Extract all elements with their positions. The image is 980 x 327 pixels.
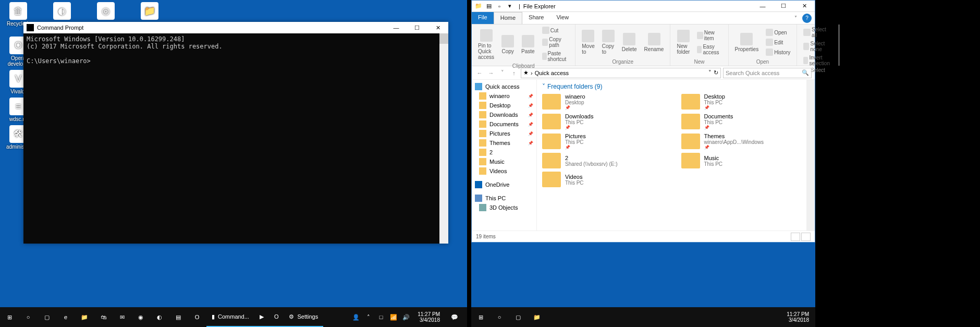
nav-forward-button[interactable]: → xyxy=(486,68,496,78)
folder-item[interactable]: DocumentsThis PC📌 xyxy=(681,113,810,130)
nav-recent-button[interactable]: ˅ xyxy=(498,68,507,78)
help-icon[interactable]: ? xyxy=(802,14,812,23)
frequent-folders-header[interactable]: ˅ Frequent folders (9) xyxy=(542,83,810,90)
rename-button[interactable]: Rename xyxy=(642,32,666,53)
tab-view[interactable]: View xyxy=(550,12,575,24)
explorer-icon[interactable]: 📁 xyxy=(528,307,546,327)
paste-button[interactable]: Paste xyxy=(519,34,537,55)
folder-item[interactable]: VideosThis PC xyxy=(542,172,671,187)
pin-quick-access-button[interactable]: Pin to Quick access xyxy=(476,28,496,61)
view-large-button[interactable] xyxy=(801,233,811,241)
maximize-button[interactable]: ☐ xyxy=(407,22,427,33)
new-folder-button[interactable]: New folder xyxy=(675,29,692,56)
minimize-button[interactable]: — xyxy=(752,1,773,12)
qat-newfolder-icon[interactable]: ▫ xyxy=(495,2,504,11)
action-center-icon[interactable]: 💬 xyxy=(445,307,464,327)
cortana-icon[interactable]: ○ xyxy=(490,307,509,327)
edit-button[interactable]: Edit xyxy=(764,38,792,47)
select-all-button[interactable]: Select all xyxy=(801,26,834,39)
nav-videos[interactable]: Videos xyxy=(472,166,536,176)
cortana-icon[interactable]: ○ xyxy=(19,307,38,327)
cut-button[interactable]: Cut xyxy=(540,26,571,35)
view-details-button[interactable] xyxy=(791,233,800,241)
edge-icon[interactable]: e xyxy=(56,307,75,327)
nav-this-pc[interactable]: This PC xyxy=(472,193,536,203)
nav-pictures[interactable]: Pictures📌 xyxy=(472,129,536,138)
address-dropdown-icon[interactable]: ˅ xyxy=(708,69,712,76)
volume-icon[interactable]: 🔊 xyxy=(400,307,412,327)
nav-music[interactable]: Music xyxy=(472,157,536,166)
powershell-task[interactable]: ▶ xyxy=(254,307,269,327)
cmd-console[interactable]: Microsoft Windows [Version 10.0.16299.24… xyxy=(23,33,448,244)
tab-home[interactable]: Home xyxy=(494,12,522,24)
taskview-icon[interactable]: ▢ xyxy=(509,307,528,327)
nav-themes[interactable]: Themes📌 xyxy=(472,138,536,148)
properties-button[interactable]: Properties xyxy=(733,32,761,53)
content-scrollbar[interactable] xyxy=(806,80,815,231)
store-icon[interactable]: 🛍 xyxy=(94,307,113,327)
spotify-icon[interactable]: ◉ xyxy=(131,307,150,327)
cmd-scrollbar[interactable] xyxy=(439,33,448,244)
qat-properties-icon[interactable]: ▤ xyxy=(484,2,494,11)
copy-path-button[interactable]: Copy path xyxy=(540,35,571,49)
open-button[interactable]: Open xyxy=(764,28,792,37)
explorer-titlebar[interactable]: 📁 ▤ ▫ ▾ | File Explorer — ☐ ✕ xyxy=(472,1,815,12)
copy-to-button[interactable]: Copy to xyxy=(600,29,617,56)
select-none-button[interactable]: Select none xyxy=(801,40,834,53)
qat-dropdown-icon[interactable]: ▾ xyxy=(505,2,514,11)
nav-2[interactable]: 2 xyxy=(472,148,536,157)
nav-3d-objects[interactable]: 3D Objects xyxy=(472,203,536,212)
nav-onedrive[interactable]: OneDrive xyxy=(472,180,536,189)
opera-icon[interactable]: O xyxy=(188,307,206,327)
network-icon[interactable]: 📶 xyxy=(387,307,400,327)
close-button[interactable]: ✕ xyxy=(427,22,448,33)
taskbar-clock[interactable]: 11:27 PM 3/4/2018 xyxy=(414,311,443,323)
qat-folder-icon[interactable]: 📁 xyxy=(474,2,483,11)
explorer-icon[interactable]: 📁 xyxy=(75,307,94,327)
ribbon-collapse-icon[interactable]: ˅ xyxy=(791,14,800,23)
refresh-icon[interactable]: ↻ xyxy=(714,69,718,76)
folder-item[interactable]: winaeroDesktop📌 xyxy=(542,93,671,110)
folder-item[interactable]: PicturesThis PC📌 xyxy=(542,133,671,150)
paste-shortcut-button[interactable]: Paste shortcut xyxy=(540,50,571,63)
move-to-button[interactable]: Move to xyxy=(580,29,596,56)
maximize-button[interactable]: ☐ xyxy=(773,1,794,12)
nav-up-button[interactable]: ↑ xyxy=(509,68,519,78)
minimize-button[interactable]: — xyxy=(386,22,407,33)
tray-expand-icon[interactable]: ˄ xyxy=(362,307,375,327)
taskbar-clock[interactable]: 11:27 PM 3/4/2018 xyxy=(783,311,812,323)
new-item-button[interactable]: New item xyxy=(695,29,724,42)
history-button[interactable]: History xyxy=(764,47,792,57)
nav-documents[interactable]: Documents📌 xyxy=(472,119,536,129)
action-icon[interactable]: □ xyxy=(375,307,387,327)
folder-item[interactable]: 2Shared (\\vboxsrv) (E:) xyxy=(542,153,671,168)
easy-access-button[interactable]: Easy access xyxy=(695,43,724,56)
nav-back-button[interactable]: ← xyxy=(475,68,484,78)
delete-button[interactable]: Delete xyxy=(620,32,639,53)
copy-button[interactable]: Copy xyxy=(499,34,516,55)
nav-downloads[interactable]: Downloads📌 xyxy=(472,110,536,119)
folder-item[interactable]: DownloadsThis PC📌 xyxy=(542,113,671,130)
nav-quick-access[interactable]: Quick access xyxy=(472,82,536,91)
invert-selection-button[interactable]: Invert selection xyxy=(801,54,834,67)
address-input[interactable]: ★ › Quick access ˅ ↻ xyxy=(521,68,721,78)
waterfox-icon[interactable]: ◐ xyxy=(150,307,169,327)
people-icon[interactable]: 👤 xyxy=(350,307,362,327)
tab-file[interactable]: File xyxy=(472,12,494,24)
cmd-titlebar[interactable]: Command Prompt — ☐ ✕ xyxy=(23,22,448,33)
cmd-task[interactable]: ▮Command... xyxy=(206,307,254,327)
opera-task[interactable]: O xyxy=(269,307,284,327)
vscode-icon[interactable]: ▤ xyxy=(169,307,188,327)
folder-item[interactable]: Themeswinaero\AppD...\Windows📌 xyxy=(681,133,810,150)
search-input[interactable]: Search Quick access 🔍 xyxy=(723,68,812,78)
start-icon[interactable]: ⊞ xyxy=(471,307,490,327)
taskview-icon[interactable]: ▢ xyxy=(38,307,56,327)
nav-winaero[interactable]: winaero📌 xyxy=(472,91,536,101)
close-button[interactable]: ✕ xyxy=(794,1,815,12)
tab-share[interactable]: Share xyxy=(522,12,550,24)
folder-item[interactable]: MusicThis PC xyxy=(681,153,810,168)
nav-desktop[interactable]: Desktop📌 xyxy=(472,101,536,110)
folder-item[interactable]: DesktopThis PC📌 xyxy=(681,93,810,110)
settings-task[interactable]: ⚙Settings xyxy=(284,307,323,327)
mail-icon[interactable]: ✉ xyxy=(113,307,131,327)
